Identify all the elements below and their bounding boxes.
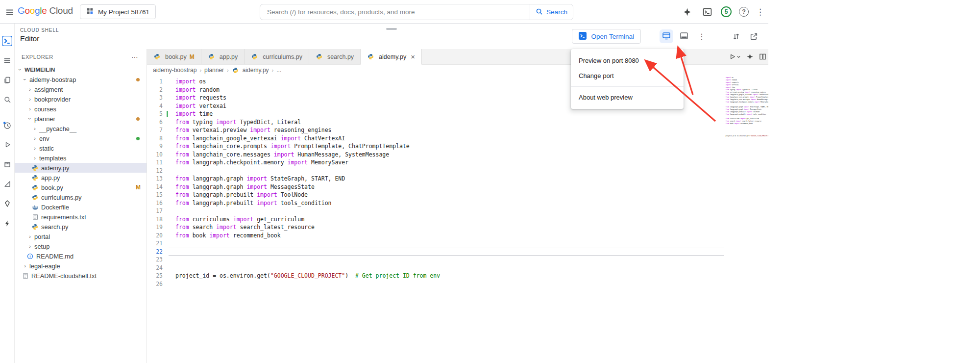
- tab-bar-tabs: book.pyMapp.pycurriculums.pysearch.pyaid…: [147, 49, 422, 64]
- folder-templates[interactable]: ›templates: [15, 153, 147, 163]
- code-content[interactable]: import osimport randomimport requestsimp…: [169, 78, 724, 288]
- history-icon[interactable]: [0, 115, 15, 135]
- folder-aidemy-boostrap[interactable]: ›aidemy-boostrap: [15, 75, 147, 84]
- search-button[interactable]: Search: [530, 4, 573, 20]
- tree-item-label: setup: [34, 243, 49, 250]
- google-cloud-logo[interactable]: Google Cloud: [18, 5, 73, 16]
- line-number: 3: [147, 94, 169, 102]
- python-icon: [153, 53, 161, 60]
- folder-assigment[interactable]: ›assigment: [15, 84, 147, 94]
- folder-bookprovider[interactable]: ›bookprovider: [15, 94, 147, 104]
- breadcrumb-item[interactable]: aidemy.py: [232, 67, 269, 74]
- bolt-icon[interactable]: [0, 213, 15, 233]
- code-line: from search import search_latest_resourc…: [169, 223, 724, 232]
- code-editor[interactable]: 1234567891011121314151617181920212223242…: [147, 76, 768, 363]
- help-icon[interactable]: ?: [739, 7, 749, 17]
- file-README.md[interactable]: README.md: [15, 251, 147, 261]
- code-line: import time: [169, 110, 724, 118]
- breadcrumb-item[interactable]: ...: [276, 67, 281, 74]
- tree-item-label: README.md: [36, 253, 74, 260]
- modified-badge: M: [136, 184, 141, 191]
- folder-env[interactable]: ›env: [15, 133, 147, 143]
- breadcrumb-item[interactable]: aidemy-boostrap: [153, 67, 196, 74]
- file-book.py[interactable]: book.pyM: [15, 182, 147, 192]
- file-aidemy.py[interactable]: aidemy.py: [15, 163, 147, 173]
- search-icon[interactable]: [0, 90, 15, 109]
- gem-icon[interactable]: [0, 194, 15, 213]
- run-icon[interactable]: [0, 135, 15, 155]
- code-line: [169, 167, 724, 175]
- terminal-panel-button[interactable]: [677, 29, 691, 43]
- tab-search.py[interactable]: search.py: [309, 49, 361, 64]
- line-number: 20: [147, 232, 169, 240]
- explorer-header: EXPLORER ⋯: [15, 49, 147, 65]
- code-line: from book import recommend_book: [169, 232, 724, 240]
- usage-quota-badge[interactable]: 5: [721, 6, 732, 17]
- file-search.py[interactable]: search.py: [15, 222, 147, 232]
- open-terminal-button[interactable]: Open Terminal: [572, 29, 641, 44]
- orange-status-dot: [136, 78, 140, 81]
- folder-courses[interactable]: ›courses: [15, 104, 147, 114]
- cloud-shell-titles: CLOUD SHELL Editor: [20, 27, 59, 43]
- folder-planner[interactable]: ›planner: [15, 114, 147, 124]
- tab-aidemy.py[interactable]: aidemy.py×: [361, 49, 422, 65]
- tab-app.py[interactable]: app.py: [201, 49, 245, 64]
- split-editor-icon[interactable]: [759, 53, 766, 60]
- ruler-icon[interactable]: [0, 174, 15, 194]
- files-icon[interactable]: [0, 70, 15, 90]
- menu-item-change-port[interactable]: Change port: [571, 68, 684, 83]
- code-assist-sparkle-icon[interactable]: [746, 53, 754, 60]
- close-icon[interactable]: ×: [411, 53, 415, 60]
- line-number: 22: [147, 248, 169, 256]
- green-status-dot: [136, 137, 140, 140]
- search-button-label: Search: [546, 8, 567, 16]
- file-curriculums.py[interactable]: curriculums.py: [15, 192, 147, 202]
- tree-item-label: assigment: [34, 86, 63, 93]
- file-tree: ›WEIMEILIN›aidemy-boostrap›assigment›boo…: [15, 65, 147, 281]
- folder-WEIMEILIN[interactable]: ›WEIMEILIN: [15, 65, 147, 75]
- menu-item-preview-on-port[interactable]: Preview on port 8080: [571, 53, 684, 68]
- line-numbers: 1234567891011121314151617181920212223242…: [147, 78, 169, 288]
- switch-panels-icon[interactable]: [729, 29, 743, 43]
- minimap[interactable]: import osimport randomimport requestsimp…: [725, 77, 768, 194]
- tab-curriculums.py[interactable]: curriculums.py: [245, 49, 309, 64]
- menu-item-about-web-preview[interactable]: About web preview: [571, 90, 684, 105]
- web-preview-button[interactable]: [660, 29, 673, 43]
- line-number: 2: [147, 86, 169, 94]
- gemini-sparkle-icon[interactable]: [681, 5, 693, 18]
- file-app.py[interactable]: app.py: [15, 173, 147, 182]
- activity-bar: [0, 24, 15, 363]
- folder-portal[interactable]: ›portal: [15, 232, 147, 241]
- line-number: 15: [147, 191, 169, 199]
- run-file-icon[interactable]: [729, 53, 741, 60]
- tab-book.py[interactable]: book.pyM: [147, 49, 201, 64]
- minimap-content: import osimport randomimport requestsimp…: [725, 77, 768, 140]
- package-icon[interactable]: [0, 155, 15, 174]
- project-selector[interactable]: My Project 58761: [80, 4, 156, 19]
- line-number: 24: [147, 264, 169, 272]
- explorer-more-icon[interactable]: ⋯: [131, 53, 139, 61]
- open-in-new-icon[interactable]: [747, 29, 760, 43]
- chevron-icon: ›: [31, 155, 38, 161]
- activate-cloud-shell-icon[interactable]: [701, 5, 713, 18]
- cloud-shell-editor-window: Google Cloud My Project 58761 Search: [0, 0, 768, 363]
- folder-legal-eagle[interactable]: ›legal-eagle: [15, 261, 147, 271]
- menu-icon[interactable]: [0, 51, 15, 70]
- main-menu-icon[interactable]: [4, 6, 16, 18]
- file-Dockerfile[interactable]: Dockerfile: [15, 202, 147, 212]
- cloud-shell-logo-icon[interactable]: [0, 31, 15, 51]
- drag-handle[interactable]: [386, 28, 397, 30]
- line-number: 5: [147, 110, 169, 118]
- shell-more-options-icon[interactable]: ⋮: [695, 29, 709, 43]
- folder-setup[interactable]: ›setup: [15, 241, 147, 251]
- folder-__pycache__[interactable]: ›__pycache__: [15, 124, 147, 133]
- more-options-icon[interactable]: ⋮: [756, 8, 764, 16]
- search-input[interactable]: [260, 4, 530, 20]
- file-README-cloudshell.txt[interactable]: README-cloudshell.txt: [15, 271, 147, 281]
- line-number: 12: [147, 167, 169, 175]
- folder-static[interactable]: ›static: [15, 143, 147, 153]
- breadcrumb-item[interactable]: planner: [204, 67, 224, 74]
- file-requirements.txt[interactable]: requirements.txt: [15, 212, 147, 222]
- python-icon: [316, 53, 323, 60]
- python-icon: [232, 67, 239, 74]
